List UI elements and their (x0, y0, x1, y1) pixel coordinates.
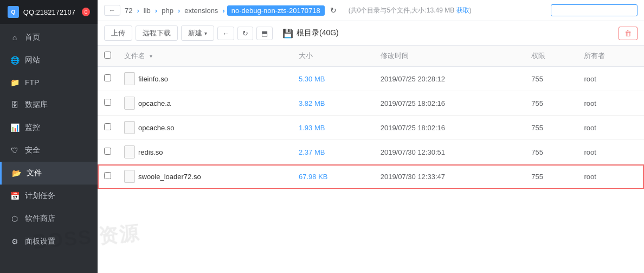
table-row[interactable]: fileinfo.so 5.30 MB 2019/07/25 20:28:12 … (98, 67, 644, 91)
sidebar-item-ftp[interactable]: 📁FTP (0, 72, 98, 93)
file-modified-1: 2019/07/25 18:02:16 (374, 91, 525, 116)
bc-seg-lib[interactable]: lib (141, 5, 153, 16)
logo-icon: Q (8, 6, 19, 18)
bc-seg-extensions[interactable]: extensions (182, 5, 220, 16)
file-modified-0: 2019/07/25 20:28:12 (374, 67, 525, 91)
toolbar-folder-button[interactable]: ⬒ (256, 27, 273, 40)
col-size[interactable]: 大小 (292, 46, 374, 67)
header-checkbox[interactable] (98, 46, 118, 67)
sidebar-item-panel[interactable]: ⚙面板设置 (0, 230, 98, 253)
file-name-3[interactable]: redis.so (138, 148, 163, 156)
file-name-cell-2: opcache.so (118, 116, 292, 140)
file-name-1[interactable]: opcache.a (138, 99, 171, 107)
remote-download-button[interactable]: 远程下载 (136, 26, 178, 41)
root-info: 💾 根目录(40G) (282, 28, 339, 39)
new-button[interactable]: 新建 ▾ (181, 26, 214, 41)
new-arrow-icon: ▾ (204, 30, 207, 36)
new-label: 新建 (188, 28, 202, 38)
sidebar-item-home[interactable]: ⌂首页 (0, 26, 98, 49)
breadcrumb-back-button[interactable]: ← (104, 5, 120, 16)
search-input[interactable] (551, 4, 637, 16)
sidebar-item-tasks[interactable]: 📅计划任务 (0, 185, 98, 207)
upload-button[interactable]: 上传 (104, 26, 132, 41)
col-perm[interactable]: 权限 (525, 46, 577, 67)
file-owner-1: root (577, 91, 644, 116)
file-size-2: 1.93 MB (292, 116, 374, 140)
file-owner-0: root (577, 67, 644, 91)
file-name-4[interactable]: swoole_loader72.so (138, 173, 201, 181)
sidebar-item-store[interactable]: ⬡软件商店 (0, 207, 98, 230)
sidebar-item-website[interactable]: 🌐网站 (0, 49, 98, 72)
checkbox-3[interactable] (104, 148, 111, 155)
sidebar-item-monitor[interactable]: 📊监控 (0, 116, 98, 139)
bc-seg-72[interactable]: 72 (123, 5, 134, 16)
hdd-icon: 💾 (282, 28, 293, 39)
toolbar-back-button[interactable]: ← (217, 27, 234, 40)
file-name-cell-0: fileinfo.so (118, 67, 292, 91)
toolbar: 上传 远程下载 新建 ▾ ← ↻ ⬒ 💾 根目录(40G) 🗑 (98, 21, 644, 46)
file-table-wrapper: 文件名 ▾ 大小 修改时间 权限 所有者 fileinfo.so 5.30 MB… (98, 46, 644, 273)
bc-sep-4: › (222, 7, 224, 15)
row-checkbox-0[interactable] (98, 67, 118, 91)
files-icon: 📂 (11, 169, 21, 177)
file-perm-4: 755 (525, 164, 577, 189)
sidebar-label-security: 安全 (25, 145, 40, 155)
bc-seg-php[interactable]: php (159, 5, 176, 16)
delete-button[interactable]: 🗑 (619, 27, 637, 40)
sidebar-label-database: 数据库 (25, 100, 48, 110)
panel-icon: ⚙ (10, 237, 20, 246)
col-modified[interactable]: 修改时间 (374, 46, 525, 67)
file-name-cell-3: redis.so (118, 140, 292, 164)
file-name-0[interactable]: fileinfo.so (138, 75, 168, 83)
bc-seg-current[interactable]: no-debug-non-zts-20170718 (227, 5, 325, 16)
file-size-4: 67.98 KB (292, 164, 374, 189)
notification-badge: 0 (82, 8, 90, 16)
bc-fetch-link[interactable]: 获取 (456, 7, 469, 14)
monitor-icon: 📊 (10, 123, 20, 132)
checkbox-0[interactable] (104, 74, 111, 81)
row-checkbox-4[interactable] (98, 164, 118, 189)
sidebar-item-database[interactable]: 🗄数据库 (0, 93, 98, 116)
file-icon-2 (124, 121, 135, 134)
file-name-2[interactable]: opcache.so (138, 124, 175, 132)
file-name-cell-1: opcache.a (118, 91, 292, 116)
sidebar-logo: Q QQ:2182172107 0 (0, 0, 98, 24)
row-checkbox-1[interactable] (98, 91, 118, 116)
database-icon: 🗄 (10, 100, 20, 109)
tasks-icon: 📅 (10, 192, 20, 200)
table-row[interactable]: opcache.a 3.82 MB 2019/07/25 18:02:16 75… (98, 91, 644, 116)
sidebar: Q QQ:2182172107 0 ⌂首页🌐网站📁FTP🗄数据库📊监控🛡安全📂文… (0, 0, 98, 273)
file-modified-2: 2019/07/25 18:02:16 (374, 116, 525, 140)
file-icon-0 (124, 72, 135, 85)
table-row[interactable]: redis.so 2.37 MB 2019/07/30 12:30:51 755… (98, 140, 644, 164)
col-owner[interactable]: 所有者 (577, 46, 644, 67)
website-icon: 🌐 (10, 56, 20, 65)
toolbar-refresh-button[interactable]: ↻ (237, 27, 253, 40)
file-modified-3: 2019/07/30 12:30:51 (374, 140, 525, 164)
table-row[interactable]: opcache.so 1.93 MB 2019/07/25 18:02:16 7… (98, 116, 644, 140)
select-all-checkbox[interactable] (104, 52, 111, 59)
bc-info-text: (共0个目录与5个文件,大小:13.49 MB 获取) (349, 6, 472, 15)
checkbox-1[interactable] (104, 99, 111, 106)
sidebar-label-ftp: FTP (25, 78, 39, 87)
col-name[interactable]: 文件名 ▾ (118, 46, 292, 67)
bc-refresh-button[interactable]: ↻ (327, 5, 340, 16)
row-checkbox-3[interactable] (98, 140, 118, 164)
file-modified-4: 2019/07/30 12:33:47 (374, 164, 525, 189)
sidebar-item-security[interactable]: 🛡安全 (0, 139, 98, 162)
checkbox-2[interactable] (104, 123, 111, 130)
sidebar-item-files[interactable]: 📂文件 (0, 162, 98, 185)
row-checkbox-2[interactable] (98, 116, 118, 140)
sidebar-label-website: 网站 (25, 55, 40, 65)
file-size-0: 5.30 MB (292, 67, 374, 91)
file-owner-3: root (577, 140, 644, 164)
remote-download-label: 远程下载 (143, 28, 171, 38)
file-icon-1 (124, 97, 135, 110)
sidebar-label-files: 文件 (27, 168, 42, 178)
ftp-icon: 📁 (10, 78, 20, 87)
table-row[interactable]: swoole_loader72.so 67.98 KB 2019/07/30 1… (98, 164, 644, 189)
file-owner-2: root (577, 116, 644, 140)
main-content: ← 72 › lib › php › extensions › no-debug… (98, 0, 644, 273)
checkbox-4[interactable] (104, 172, 111, 179)
file-owner-4: root (577, 164, 644, 189)
